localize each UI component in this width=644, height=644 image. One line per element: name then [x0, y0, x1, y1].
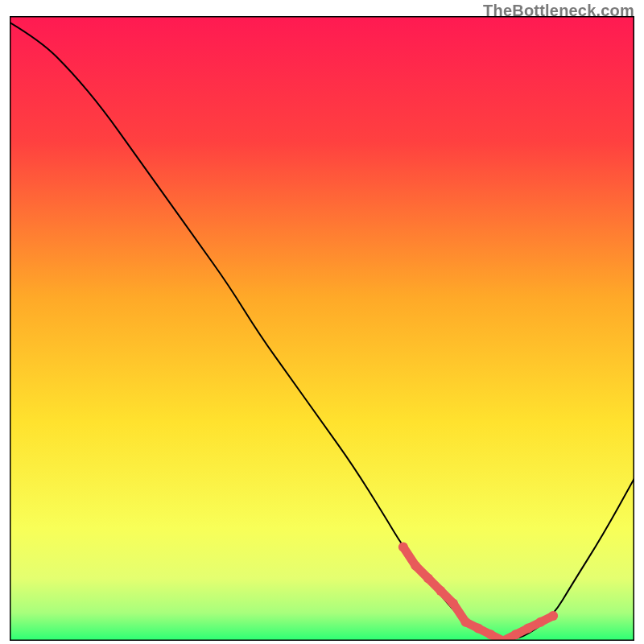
chart-container: TheBottleneck.com — [0, 0, 644, 644]
bottleneck-chart — [10, 16, 634, 641]
